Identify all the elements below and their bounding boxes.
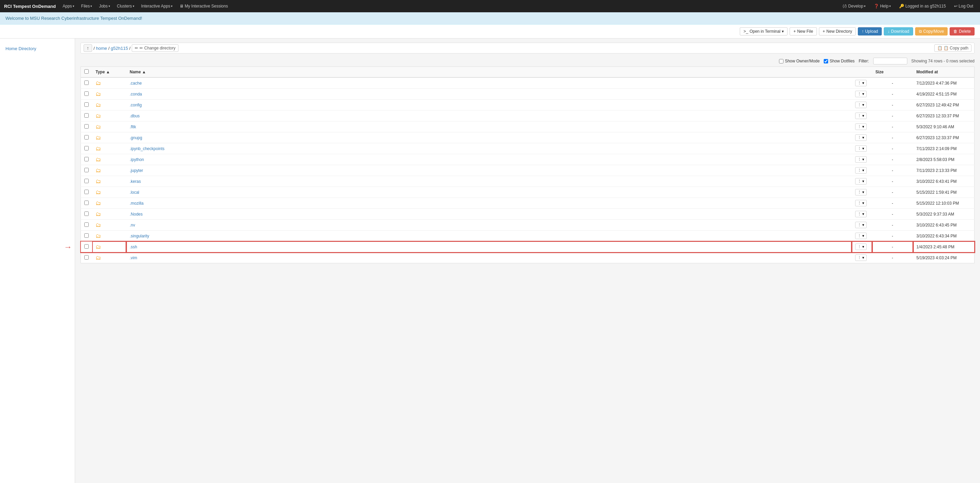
- folder-icon: 🗂: [95, 157, 101, 162]
- row-name: .gnupg: [126, 132, 852, 143]
- show-dotfiles-label[interactable]: Show Dotfiles: [824, 59, 854, 64]
- row-action-button[interactable]: ⋮ ▾: [855, 113, 867, 119]
- row-checkbox[interactable]: [84, 168, 89, 172]
- file-link[interactable]: .vim: [130, 256, 137, 260]
- row-action-button[interactable]: ⋮ ▾: [855, 167, 867, 174]
- row-checkbox[interactable]: [84, 135, 89, 140]
- nav-my-sessions[interactable]: 🖥 My Interactive Sessions: [177, 2, 231, 10]
- row-action-button[interactable]: ⋮ ▾: [855, 222, 867, 228]
- up-directory-button[interactable]: ↑: [84, 44, 92, 52]
- row-name: .cache: [126, 78, 852, 89]
- upload-button[interactable]: ↑ Upload: [858, 27, 882, 35]
- row-action-button[interactable]: ⋮ ▾: [855, 156, 867, 163]
- copy-path-button[interactable]: 📋 📋 Copy path: [934, 44, 972, 52]
- file-link[interactable]: .config: [130, 103, 142, 108]
- nav-interactive-apps[interactable]: Interactive Apps ▾: [138, 2, 175, 10]
- copy-move-button[interactable]: ⧉ Copy/Move: [915, 27, 948, 35]
- row-checkbox[interactable]: [84, 190, 89, 194]
- show-owner-mode-checkbox[interactable]: [779, 59, 783, 64]
- new-file-button[interactable]: + New File: [790, 27, 817, 35]
- sidebar: Home Directory: [0, 38, 75, 483]
- table-row: 🗂.keras⋮ ▾-3/10/2022 6:43:41 PM: [81, 176, 975, 187]
- row-checkbox[interactable]: [84, 179, 89, 183]
- row-count: Showing 74 rows - 0 rows selected: [912, 59, 975, 64]
- row-action-button[interactable]: ⋮ ▾: [855, 178, 867, 184]
- file-link[interactable]: .local: [130, 190, 139, 195]
- row-checkbox[interactable]: [84, 81, 89, 85]
- row-checkbox[interactable]: [84, 244, 89, 249]
- new-file-icon: +: [793, 29, 796, 34]
- row-action-button[interactable]: ⋮ ▾: [855, 233, 867, 239]
- jobs-caret: ▾: [108, 5, 110, 8]
- row-action-button[interactable]: ⋮ ▾: [855, 102, 867, 108]
- col-name[interactable]: Name ▲: [126, 67, 852, 78]
- folder-icon: 🗂: [95, 91, 101, 97]
- row-action-button[interactable]: ⋮ ▾: [855, 211, 867, 217]
- row-action-button[interactable]: ⋮ ▾: [855, 243, 867, 250]
- row-size: -: [872, 198, 913, 209]
- row-type: 🗂: [92, 253, 126, 263]
- row-checkbox[interactable]: [84, 200, 89, 205]
- file-link[interactable]: .jupyter: [130, 168, 143, 173]
- download-icon: ↓: [888, 29, 889, 34]
- row-action-button[interactable]: ⋮ ▾: [855, 91, 867, 97]
- file-link[interactable]: .ipython: [130, 157, 144, 162]
- nav-jobs[interactable]: Jobs ▾: [96, 2, 113, 10]
- row-type: 🗂: [92, 165, 126, 176]
- row-checkbox[interactable]: [84, 211, 89, 216]
- nav-apps[interactable]: Apps ▾: [60, 2, 77, 10]
- row-action-button[interactable]: ⋮ ▾: [855, 145, 867, 152]
- nav-files[interactable]: Files ▾: [78, 2, 95, 10]
- file-link[interactable]: .ssh: [130, 245, 137, 249]
- row-checkbox[interactable]: [84, 113, 89, 118]
- clusters-caret: ▾: [133, 5, 134, 8]
- row-action-button[interactable]: ⋮ ▾: [855, 200, 867, 207]
- up-icon: ↑: [87, 45, 89, 51]
- open-terminal-button[interactable]: >_ Open in Terminal ▾: [740, 27, 788, 35]
- row-checkbox[interactable]: [84, 146, 89, 151]
- home-link[interactable]: home: [96, 46, 107, 51]
- show-owner-mode-label[interactable]: Show Owner/Mode: [779, 59, 819, 64]
- row-action: ⋮ ▾: [852, 176, 872, 187]
- row-type: 🗂: [92, 230, 126, 242]
- row-checkbox[interactable]: [84, 124, 89, 129]
- col-type[interactable]: Type ▲: [92, 67, 126, 78]
- file-link[interactable]: .Nodes: [130, 212, 143, 217]
- row-action-button[interactable]: ⋮ ▾: [855, 80, 867, 86]
- file-link[interactable]: .gnupg: [130, 135, 142, 140]
- row-checkbox[interactable]: [84, 102, 89, 107]
- nav-logout[interactable]: ↩ Log Out: [951, 2, 976, 10]
- folder-icon: 🗂: [95, 124, 101, 130]
- file-link[interactable]: .keras: [130, 179, 141, 184]
- row-action-button[interactable]: ⋮ ▾: [855, 189, 867, 195]
- file-link[interactable]: .dbus: [130, 114, 140, 118]
- row-checkbox[interactable]: [84, 233, 89, 238]
- select-all-checkbox[interactable]: [84, 69, 89, 74]
- file-link[interactable]: .fltk: [130, 124, 136, 129]
- file-link[interactable]: .nv: [130, 223, 135, 227]
- delete-button[interactable]: 🗑 Delete: [950, 27, 975, 35]
- row-action-button[interactable]: ⋮ ▾: [855, 254, 867, 261]
- row-checkbox[interactable]: [84, 222, 89, 227]
- row-action-button[interactable]: ⋮ ▾: [855, 124, 867, 130]
- file-link[interactable]: .conda: [130, 92, 142, 97]
- sidebar-item-home-directory[interactable]: Home Directory: [0, 44, 75, 53]
- nav-develop[interactable]: ⟨/⟩ Develop ▾: [840, 2, 869, 10]
- row-action: ⋮ ▾: [852, 154, 872, 165]
- row-checkbox[interactable]: [84, 91, 89, 96]
- row-checkbox[interactable]: [84, 255, 89, 260]
- nav-clusters[interactable]: Clusters ▾: [114, 2, 137, 10]
- file-link[interactable]: .singularity: [130, 234, 149, 238]
- row-action-button[interactable]: ⋮ ▾: [855, 134, 867, 141]
- row-checkbox[interactable]: [84, 157, 89, 161]
- new-directory-button[interactable]: + New Directory: [819, 27, 856, 35]
- show-dotfiles-checkbox[interactable]: [824, 59, 828, 64]
- filter-input[interactable]: [873, 58, 907, 65]
- download-button[interactable]: ↓ Download: [884, 27, 913, 35]
- nav-help[interactable]: ❓ Help ▾: [871, 2, 894, 10]
- file-link[interactable]: .cache: [130, 81, 142, 86]
- change-directory-button[interactable]: ✏ ✏ Change directory: [132, 44, 178, 52]
- user-link[interactable]: g52h115: [111, 46, 128, 51]
- file-link[interactable]: .mozilla: [130, 201, 144, 206]
- file-link[interactable]: .ipynb_checkpoints: [130, 146, 164, 151]
